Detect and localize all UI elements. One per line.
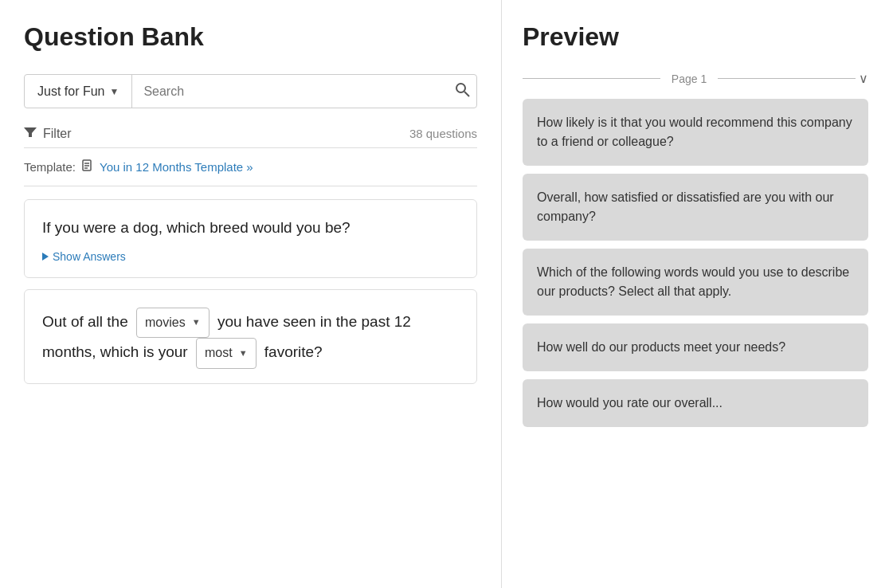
template-link[interactable]: You in 12 Months Template »: [100, 160, 253, 174]
preview-question-text: Which of the following words would you u…: [537, 263, 854, 301]
search-button[interactable]: [448, 75, 476, 108]
filter-label: Filter: [43, 127, 72, 141]
category-chevron-icon: ▼: [109, 86, 119, 97]
show-answers-button[interactable]: Show Answers: [42, 250, 126, 263]
preview-question-card: How likely is it that you would recommen…: [523, 99, 868, 166]
filter-icon: [24, 126, 37, 141]
preview-question-card-partial: How would you rate our overall...: [523, 379, 868, 427]
preview-question-text: How likely is it that you would recommen…: [537, 113, 854, 151]
category-dropdown[interactable]: Just for Fun ▼: [25, 75, 132, 108]
movies-chevron-icon: ▼: [192, 315, 201, 331]
page-line-right: [718, 78, 856, 79]
template-label: Template:: [24, 160, 76, 174]
question-text: If you were a dog, which breed would you…: [42, 218, 459, 239]
triangle-icon: [42, 253, 49, 261]
svg-marker-2: [24, 127, 37, 137]
most-label: most: [205, 342, 233, 365]
page-line-left: [523, 78, 660, 79]
question-card-fill: Out of all the movies ▼ you have seen in…: [24, 289, 477, 385]
preview-question-card: Which of the following words would you u…: [523, 249, 868, 316]
question-card: If you were a dog, which breed would you…: [24, 199, 477, 278]
most-dropdown[interactable]: most ▼: [196, 338, 257, 369]
fill-suffix: favorite?: [264, 343, 323, 360]
filter-row: Filter 38 questions: [24, 120, 477, 148]
movies-label: movies: [145, 312, 186, 335]
preview-question-text: How well do our products meet your needs…: [537, 338, 854, 357]
preview-question-card: How well do our products meet your needs…: [523, 323, 868, 371]
questions-list: If you were a dog, which breed would you…: [24, 199, 477, 572]
left-panel: Question Bank Just for Fun ▼ Filter 38 q…: [0, 0, 502, 588]
filter-button[interactable]: Filter: [24, 126, 72, 141]
fill-prefix: Out of all the: [42, 313, 128, 330]
most-chevron-icon: ▼: [239, 346, 248, 362]
fill-in-question: Out of all the movies ▼ you have seen in…: [42, 308, 459, 370]
search-input-wrapper: [132, 75, 448, 108]
page-label: Page 1: [660, 73, 718, 85]
movies-dropdown[interactable]: movies ▼: [136, 308, 210, 339]
preview-question-card: Overall, how satisfied or dissatisfied a…: [523, 174, 868, 241]
search-bar: Just for Fun ▼: [24, 74, 477, 108]
show-answers-label: Show Answers: [53, 250, 126, 263]
questions-count: 38 questions: [409, 127, 477, 140]
search-input[interactable]: [143, 84, 437, 99]
template-row: Template: You in 12 Months Template »: [24, 159, 477, 186]
category-label: Just for Fun: [37, 84, 104, 99]
page-chevron-icon[interactable]: ∨: [859, 71, 868, 86]
preview-question-text-partial: How would you rate our overall...: [537, 394, 854, 413]
svg-line-1: [464, 92, 469, 96]
right-panel: Preview Page 1 ∨ How likely is it that y…: [502, 0, 889, 588]
page-indicator: Page 1 ∨: [523, 71, 868, 86]
preview-questions: How likely is it that you would recommen…: [523, 99, 868, 572]
template-document-icon: [82, 159, 93, 174]
page-title: Question Bank: [24, 22, 477, 52]
preview-title: Preview: [523, 22, 868, 52]
preview-question-text: Overall, how satisfied or dissatisfied a…: [537, 188, 854, 226]
svg-point-0: [456, 84, 465, 92]
